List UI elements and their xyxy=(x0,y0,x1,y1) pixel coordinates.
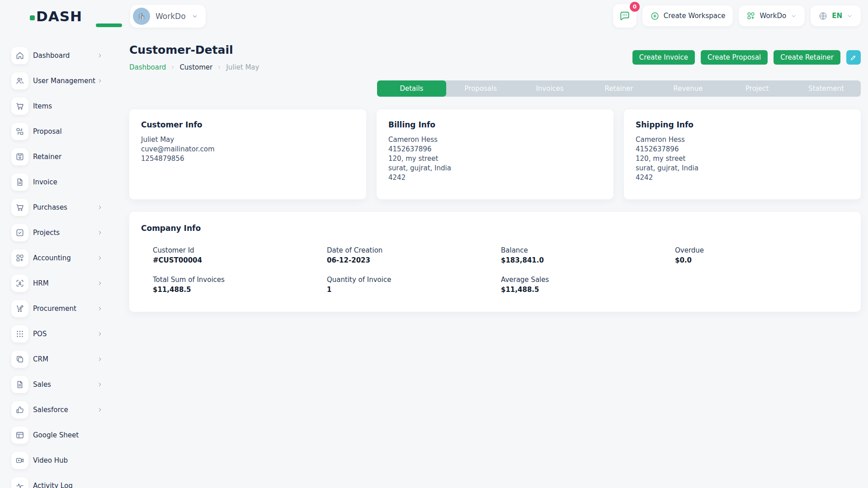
grid-swap-icon xyxy=(11,123,28,140)
field-value: 06-12-2023 xyxy=(327,256,501,264)
sidebar-item-pos[interactable]: POS xyxy=(0,321,114,347)
sidebar-item-label: Activity Log xyxy=(33,482,73,488)
sidebar-item-google-sheet[interactable]: Google Sheet xyxy=(0,422,114,448)
cart-icon xyxy=(11,199,28,216)
globe-icon xyxy=(818,11,828,21)
company-info-card: Company Info Customer Id #CUST00004 Date… xyxy=(129,212,861,312)
detail-tabs: Details Proposals Invoices Retainer Reve… xyxy=(377,80,861,97)
create-retainer-button[interactable]: Create Retainer xyxy=(774,50,840,65)
sidebar-item-items[interactable]: Items xyxy=(0,94,114,119)
sidebar-item-hrm[interactable]: HRM xyxy=(0,271,114,296)
sidebar-item-label: Procurement xyxy=(33,305,76,313)
field-label: Overdue xyxy=(675,246,849,254)
create-workspace-button[interactable]: Create Workspace xyxy=(642,5,733,26)
field-value: $183,841.0 xyxy=(501,256,675,264)
tab-details[interactable]: Details xyxy=(377,80,446,97)
page-title: Customer-Detail xyxy=(129,43,233,56)
breadcrumb-current: Juliet May xyxy=(226,63,259,71)
workspace-selector[interactable]: WorkDo xyxy=(130,5,206,28)
billing-zip: 4242 xyxy=(388,173,602,183)
shipping-zip: 4242 xyxy=(636,173,849,183)
app-logo[interactable]: DASH xyxy=(30,8,82,24)
tab-project[interactable]: Project xyxy=(722,80,792,97)
language-code: EN xyxy=(832,12,842,20)
language-selector[interactable]: EN xyxy=(811,5,861,26)
field-value: #CUST00004 xyxy=(153,256,327,264)
shipping-street: 120, my street xyxy=(636,154,849,164)
chevron-down-icon xyxy=(846,13,853,19)
page-actions: Create Invoice Create Proposal Create Re… xyxy=(632,50,861,65)
field-customer-id: Customer Id #CUST00004 xyxy=(153,246,327,264)
pencil-icon xyxy=(850,54,857,61)
customer-info-card: Customer Info Juliet May cuve@mailinator… xyxy=(129,109,366,199)
billing-info-card: Billing Info Cameron Hess 4152637896 120… xyxy=(377,109,613,199)
sidebar-item-retainer[interactable]: Retainer xyxy=(0,144,114,169)
cart-edit-icon xyxy=(11,300,28,317)
sidebar-item-label: Google Sheet xyxy=(33,431,79,439)
logo-dash-bar xyxy=(96,23,122,27)
video-icon xyxy=(11,452,28,469)
sidebar-item-label: Dashboard xyxy=(33,52,70,60)
card-title: Customer Info xyxy=(141,120,354,129)
breadcrumb-customer-link[interactable]: Customer xyxy=(179,63,212,71)
card-title: Shipping Info xyxy=(636,120,849,129)
sidebar-item-video-hub[interactable]: Video Hub xyxy=(0,448,114,473)
billing-city: surat, gujrat, India xyxy=(388,164,602,173)
field-value: $11,488.5 xyxy=(501,286,675,294)
chevron-right-icon xyxy=(97,204,103,211)
sidebar-item-label: Sales xyxy=(33,380,51,389)
info-cards-row: Customer Info Juliet May cuve@mailinator… xyxy=(129,109,861,199)
create-workspace-label: Create Workspace xyxy=(664,12,726,20)
sidebar-item-purchases[interactable]: Purchases xyxy=(0,195,114,220)
chevron-right-icon xyxy=(97,331,103,337)
sidebar-item-user-management[interactable]: User Management xyxy=(0,68,114,94)
sidebar-item-invoice[interactable]: Invoice xyxy=(0,169,114,195)
tab-revenue[interactable]: Revenue xyxy=(653,80,722,97)
edit-customer-button[interactable] xyxy=(846,50,861,65)
sidebar-item-procurement[interactable]: Procurement xyxy=(0,296,114,321)
chevron-right-icon xyxy=(217,65,222,70)
floppy-icon xyxy=(11,148,28,165)
dots-grid-icon xyxy=(11,325,28,343)
create-proposal-button[interactable]: Create Proposal xyxy=(701,50,768,65)
grid-plus-icon xyxy=(746,11,755,20)
sidebar-item-projects[interactable]: Projects xyxy=(0,220,114,245)
card-title: Company Info xyxy=(141,224,849,233)
sidebar-item-sales[interactable]: Sales xyxy=(0,372,114,397)
tab-invoices[interactable]: Invoices xyxy=(515,80,585,97)
customer-name: Juliet May xyxy=(141,135,354,145)
logo-text: DASH xyxy=(36,8,82,24)
breadcrumb-dashboard-link[interactable]: Dashboard xyxy=(129,63,166,71)
workdo-menu-button[interactable]: WorkDo xyxy=(739,5,805,26)
sidebar-item-label: HRM xyxy=(33,279,49,287)
sidebar-item-salesforce[interactable]: Salesforce xyxy=(0,397,114,422)
sidebar-item-crm[interactable]: CRM xyxy=(0,347,114,372)
cart-icon xyxy=(11,98,28,115)
check-square-icon xyxy=(11,224,28,241)
messages-button[interactable]: 0 xyxy=(613,4,637,28)
tab-retainer[interactable]: Retainer xyxy=(585,80,654,97)
field-quantity-of-invoice: Quantity of Invoice 1 xyxy=(327,276,501,294)
field-label: Average Sales xyxy=(501,276,675,284)
sidebar-item-label: User Management xyxy=(33,77,95,85)
field-label: Customer Id xyxy=(153,246,327,254)
sidebar-item-label: Retainer xyxy=(33,153,61,161)
sidebar-item-label: Video Hub xyxy=(33,456,68,465)
create-invoice-button[interactable]: Create Invoice xyxy=(632,50,695,65)
tab-proposals[interactable]: Proposals xyxy=(446,80,515,97)
sidebar-item-label: CRM xyxy=(33,355,48,363)
sidebar-item-proposal[interactable]: Proposal xyxy=(0,119,114,144)
chevron-right-icon xyxy=(170,65,175,70)
tab-statement[interactable]: Statement xyxy=(792,80,861,97)
chevron-right-icon xyxy=(97,52,103,59)
billing-phone: 4152637896 xyxy=(388,145,602,154)
sidebar-item-accounting[interactable]: Accounting xyxy=(0,245,114,271)
field-date-of-creation: Date of Creation 06-12-2023 xyxy=(327,246,501,264)
field-balance: Balance $183,841.0 xyxy=(501,246,675,264)
sidebar-item-activity-log[interactable]: Activity Log xyxy=(0,473,114,488)
plus-circle-icon xyxy=(650,11,660,21)
sidebar-item-dashboard[interactable]: Dashboard xyxy=(0,43,114,68)
shipping-phone: 4152637896 xyxy=(636,145,849,154)
field-total-sum-invoices: Total Sum of Invoices $11,488.5 xyxy=(153,276,327,294)
shipping-info-card: Shipping Info Cameron Hess 4152637896 12… xyxy=(624,109,861,199)
